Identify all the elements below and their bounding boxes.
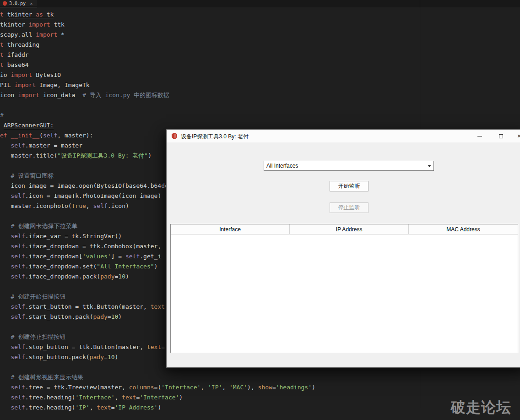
forum-watermark: 破走论坛 bbox=[451, 398, 511, 418]
interface-combobox[interactable]: All Interfaces bbox=[264, 161, 434, 171]
window-titlebar[interactable]: 设备IP探测工具3.0 By: 老付 × bbox=[167, 130, 520, 142]
code-line: t base64 bbox=[0, 60, 315, 70]
minimize-icon bbox=[477, 136, 482, 136]
tree-column-interface[interactable]: Interface bbox=[171, 224, 290, 234]
tree-column-mac-address[interactable]: MAC Address bbox=[409, 224, 518, 234]
code-line: scapy.all import * bbox=[0, 30, 315, 40]
code-line: icon import icon_data # 导入 icon.py 中的图标数… bbox=[0, 90, 315, 100]
code-line: t ifaddr bbox=[0, 50, 315, 60]
results-treeview[interactable]: InterfaceIP AddressMAC Address bbox=[170, 224, 518, 353]
maximize-icon bbox=[499, 134, 503, 138]
close-button[interactable]: × bbox=[509, 130, 520, 142]
screen: 3.0.py × t tkinter as tktkinter import t… bbox=[0, 0, 520, 420]
code-line: io import BytesIO bbox=[0, 70, 315, 80]
code-line: t tkinter as tk bbox=[0, 10, 315, 20]
app-shield-icon bbox=[172, 133, 177, 139]
window-title: 设备IP探测工具3.0 By: 老付 bbox=[181, 133, 249, 141]
minimize-button[interactable] bbox=[469, 130, 490, 142]
code-line: # 创建树形视图来显示结果 bbox=[0, 372, 315, 382]
tab-filename: 3.0.py bbox=[9, 1, 26, 6]
code-line: t threading bbox=[0, 40, 315, 50]
code-line: PIL import Image, ImageTk bbox=[0, 80, 315, 90]
start-listen-button[interactable]: 开始监听 bbox=[330, 181, 368, 191]
close-icon: × bbox=[517, 132, 520, 140]
interface-combobox-value: All Interfaces bbox=[266, 163, 298, 169]
code-line bbox=[0, 100, 315, 110]
tree-header: InterfaceIP AddressMAC Address bbox=[171, 224, 518, 235]
tab-close-icon[interactable]: × bbox=[30, 1, 32, 6]
python-file-icon bbox=[3, 1, 7, 6]
stop-listen-button[interactable]: 停止监听 bbox=[330, 202, 368, 213]
code-line: self.tree.heading('IP', text='IP Address… bbox=[0, 403, 315, 413]
code-line: self.tree.heading('Interface', text='Int… bbox=[0, 393, 315, 403]
tree-body[interactable] bbox=[171, 235, 518, 353]
tree-column-ip-address[interactable]: IP Address bbox=[290, 224, 409, 234]
arp-scanner-window: 设备IP探测工具3.0 By: 老付 × All Interfaces 开始监听… bbox=[166, 129, 520, 368]
code-line: tkinter import ttk bbox=[0, 20, 315, 30]
dropdown-arrow-icon[interactable] bbox=[425, 161, 433, 170]
code-line: self.tree = ttk.Treeview(master, columns… bbox=[0, 382, 315, 393]
editor-tab-bar: 3.0.py × bbox=[0, 0, 520, 7]
code-line: # bbox=[0, 110, 315, 120]
window-body: All Interfaces 开始监听 停止监听 InterfaceIP Add… bbox=[167, 142, 520, 368]
editor-tab[interactable]: 3.0.py × bbox=[0, 0, 37, 7]
